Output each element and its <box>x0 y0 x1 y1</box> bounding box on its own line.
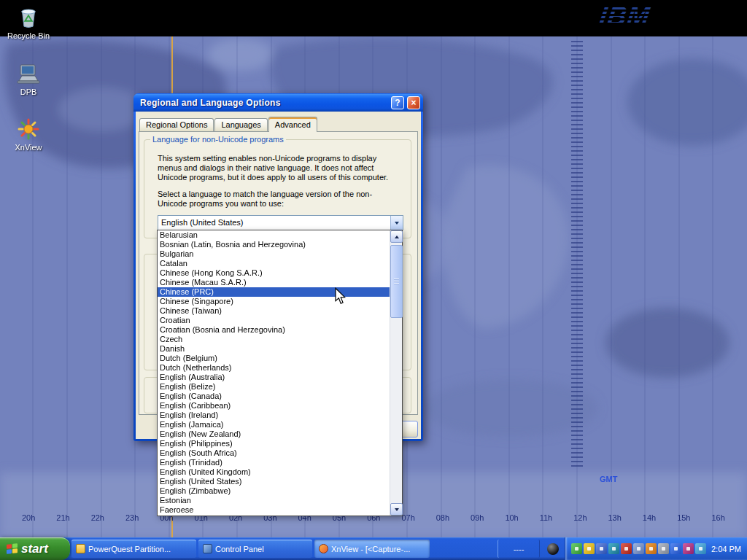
language-option[interactable]: Bulgarian <box>158 249 390 259</box>
timezone-label: 13h <box>608 513 622 522</box>
language-option[interactable]: Dutch (Netherlands) <box>158 363 390 373</box>
tray-icon-3[interactable] <box>596 543 607 554</box>
dialog-titlebar[interactable]: Regional and Language Options ? × <box>133 93 423 112</box>
language-option[interactable]: Chinese (Macau S.A.R.) <box>158 278 390 287</box>
mouse-cursor <box>334 287 346 305</box>
language-option[interactable]: English (United Kingdom) <box>158 467 390 477</box>
close-button[interactable]: × <box>407 96 420 109</box>
language-option[interactable]: Bosnian (Latin, Bosnia and Herzegovina) <box>158 240 390 249</box>
gmt-label: GMT <box>600 475 617 483</box>
language-option[interactable]: English (Belize) <box>158 382 390 392</box>
tray-icon-8[interactable] <box>658 543 669 554</box>
desktop-icon-label: XnView <box>3 143 54 152</box>
dropdown-scrollbar[interactable] <box>390 230 402 516</box>
language-option[interactable]: Danish <box>158 344 390 354</box>
tray-icon-11[interactable] <box>695 543 706 554</box>
language-combobox[interactable]: English (United States) <box>158 215 403 230</box>
taskbar: start PowerQuest Partition... Control Pa… <box>0 537 747 560</box>
xnview-icon <box>3 115 54 141</box>
tab-languages[interactable]: Languages <box>214 118 267 131</box>
language-option[interactable]: Dutch (Belgium) <box>158 354 390 363</box>
timezone-label: 21h <box>56 513 69 522</box>
ibm-logo: IBM <box>600 1 680 31</box>
scroll-up-button[interactable] <box>390 230 403 243</box>
desktop-icon-dpb[interactable]: DPB <box>3 60 54 96</box>
folder-icon <box>76 544 85 553</box>
chevron-down-icon <box>395 222 399 227</box>
language-option[interactable]: English (Trinidad) <box>158 458 390 467</box>
desktop-icon-recycle-bin[interactable]: Recycle Bin <box>3 4 54 40</box>
language-option[interactable]: Chinese (Singapore) <box>158 297 390 306</box>
taskbar-button-xnview[interactable]: XnView - [<Capture-... <box>314 540 430 558</box>
taskbar-empty-area <box>430 537 496 560</box>
dialog-title: Regional and Language Options <box>133 98 391 108</box>
arrow-down-icon <box>395 508 399 513</box>
scrollbar-thumb[interactable] <box>390 245 403 318</box>
arrow-up-icon <box>395 233 399 238</box>
combobox-dropdown-button[interactable] <box>390 216 403 230</box>
timezone-label: 15h <box>677 513 690 522</box>
language-option[interactable]: Chinese (Hong Kong S.A.R.) <box>158 268 390 278</box>
tray-icon-5[interactable] <box>621 543 632 554</box>
tray-icon-6[interactable] <box>633 543 644 554</box>
language-option[interactable]: English (Zimbabwe) <box>158 486 390 496</box>
language-option[interactable]: Estonian <box>158 496 390 505</box>
tab-regional-options[interactable]: Regional Options <box>139 118 214 131</box>
timezone-label: 07h <box>401 513 414 522</box>
language-option[interactable]: English (United States) <box>158 477 390 486</box>
tray-icon-9[interactable] <box>670 543 681 554</box>
language-option[interactable]: English (Jamaica) <box>158 420 390 429</box>
date-line-band <box>571 41 583 468</box>
language-option[interactable]: Croatian (Bosnia and Herzegovina) <box>158 325 390 335</box>
windows-flag-icon <box>7 543 18 554</box>
timezone-label: 12h <box>573 513 587 522</box>
language-option[interactable]: English (Australia) <box>158 373 390 382</box>
tray-icon-7[interactable] <box>646 543 657 554</box>
group-non-unicode: Language for non-Unicode programs This s… <box>144 139 411 238</box>
start-label: start <box>21 542 48 556</box>
timezone-label: 20h <box>22 513 35 522</box>
language-option[interactable]: English (Canada) <box>158 392 390 401</box>
timezone-label: 09h <box>471 513 484 522</box>
language-option[interactable]: Chinese (Taiwan) <box>158 306 390 316</box>
tab-advanced[interactable]: Advanced <box>268 117 317 132</box>
language-option-selected[interactable]: Chinese (PRC) <box>158 287 390 297</box>
taskbar-clock: 2:04 PM <box>711 545 741 553</box>
group-caption: Language for non-Unicode programs <box>150 135 286 144</box>
ibm-logo-bars <box>595 3 684 31</box>
desktop-icon-label: DPB <box>3 88 54 96</box>
timezone-label: 11h <box>540 513 553 522</box>
non-unicode-description: This system setting enables non-Unicode … <box>158 154 401 182</box>
tab-strip: Regional Options Languages Advanced <box>139 117 318 132</box>
taskbar-toolbar[interactable]: ---- <box>498 540 540 558</box>
recycle-bin-icon <box>3 4 54 29</box>
toolbar-icon[interactable] <box>543 541 562 556</box>
desktop-icon-label: Recycle Bin <box>3 31 54 40</box>
language-option[interactable]: English (Ireland) <box>158 411 390 420</box>
timezone-label: 16h <box>711 513 724 522</box>
taskbar-button-control-panel[interactable]: Control Panel <box>198 540 312 558</box>
dropdown-items: Belarusian Bosnian (Latin, Bosnia and He… <box>158 230 390 516</box>
tray-icon-1[interactable] <box>571 543 582 554</box>
tray-icon-2[interactable] <box>584 543 595 554</box>
language-dropdown-list: Belarusian Bosnian (Latin, Bosnia and He… <box>157 230 403 516</box>
taskbar-button-powerquest[interactable]: PowerQuest Partition... <box>71 540 196 558</box>
language-option[interactable]: English (New Zealand) <box>158 429 390 439</box>
tray-icon-10[interactable] <box>683 543 694 554</box>
language-option[interactable]: Catalan <box>158 259 390 268</box>
timezone-label: 08h <box>436 513 449 522</box>
start-button[interactable]: start <box>0 537 70 560</box>
language-option[interactable]: English (Philippines) <box>158 439 390 448</box>
language-option[interactable]: Faeroese <box>158 505 390 515</box>
language-option[interactable]: English (South Africa) <box>158 448 390 458</box>
language-option[interactable]: Croatian <box>158 316 390 325</box>
scroll-down-button[interactable] <box>390 503 403 516</box>
help-button[interactable]: ? <box>391 96 404 109</box>
desktop-icon-xnview[interactable]: XnView <box>3 115 54 152</box>
timezone-label: 14h <box>643 513 656 522</box>
language-option[interactable]: English (Caribbean) <box>158 401 390 411</box>
laptop-icon <box>3 60 54 85</box>
language-option[interactable]: Czech <box>158 335 390 344</box>
language-option[interactable]: Belarusian <box>158 230 390 240</box>
tray-icon-4[interactable] <box>608 543 619 554</box>
